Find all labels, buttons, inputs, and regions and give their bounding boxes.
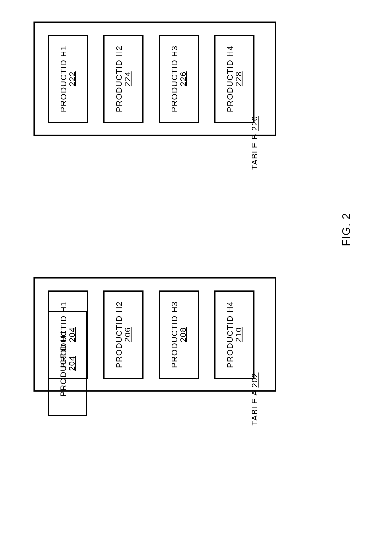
table-b-h3-text: PRODUCTID H3226 xyxy=(170,45,187,112)
table-b-h2-text: PRODUCTID H2224 xyxy=(115,45,132,112)
table-a-h3-text: PRODUCTID H3208 xyxy=(170,301,187,368)
table-b-h4-text: PRODUCTID H4228 xyxy=(226,45,243,112)
table-a-h3: PRODUCTID H3208 xyxy=(159,290,199,379)
table-a-h2-text: PRODUCTID H2206 xyxy=(115,301,132,368)
table-a-h4: PRODUCTID H4210 xyxy=(214,290,254,379)
table-a-caption: TABLE A 202 xyxy=(250,373,259,426)
table-b-h3: PRODUCTID H3226 xyxy=(159,35,199,123)
table-b-h1-text: PRODUCTID H1222 xyxy=(59,45,76,112)
table-b-h1: PRODUCTID H1222 xyxy=(48,35,88,123)
table-a-h4-text: PRODUCTID H4210 xyxy=(226,301,243,368)
table-b-h2: PRODUCTID H2224 xyxy=(103,35,144,123)
table-b-h4: PRODUCTID H4228 xyxy=(214,35,254,123)
table-a-h1-text: PRODUCTID H1204 xyxy=(59,301,76,368)
figure-label: FIG. 2 xyxy=(340,213,353,246)
table-a-h1: PRODUCTID H1204 xyxy=(48,290,88,379)
table-b-caption: TABLE B 220 xyxy=(250,116,259,170)
table-a-h2: PRODUCTID H2206 xyxy=(103,290,144,379)
